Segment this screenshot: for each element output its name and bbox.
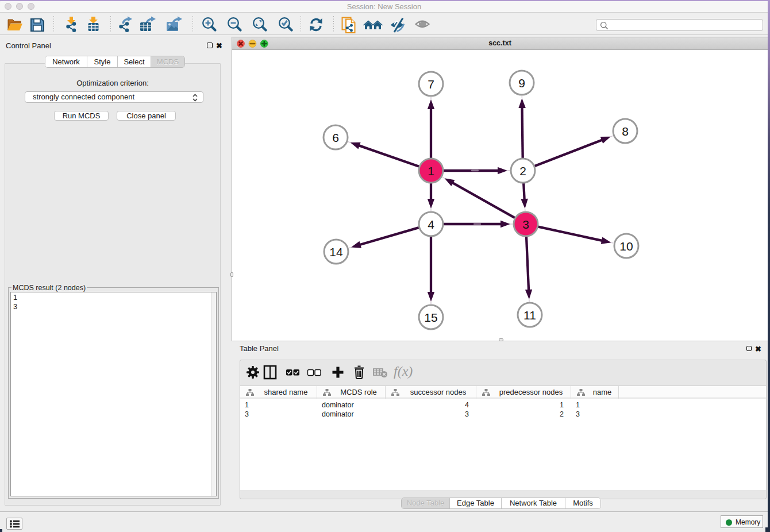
- svg-text:8: 8: [622, 125, 629, 138]
- svg-text:2: 2: [519, 164, 526, 178]
- svg-text:15: 15: [424, 311, 437, 324]
- svg-text:1: 1: [428, 164, 434, 178]
- svg-text:10: 10: [619, 240, 633, 253]
- svg-text:11: 11: [523, 309, 536, 322]
- svg-text:7: 7: [428, 78, 434, 91]
- svg-text:9: 9: [518, 76, 525, 90]
- svg-text:3: 3: [522, 218, 529, 231]
- svg-text:4: 4: [428, 218, 434, 231]
- svg-text:6: 6: [332, 131, 339, 144]
- svg-text:14: 14: [329, 245, 343, 259]
